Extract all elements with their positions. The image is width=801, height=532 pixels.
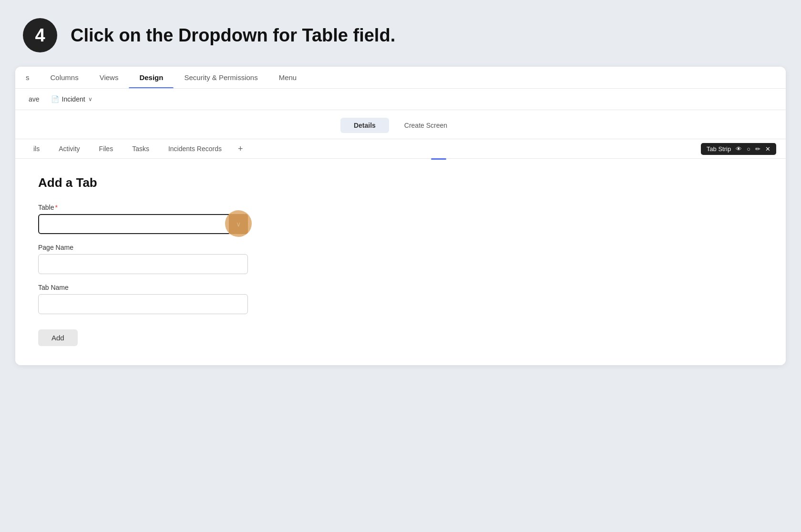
circle-icon[interactable]: ○ (747, 145, 750, 153)
inner-tabs: ils Activity Files Tasks Incidents Recor… (15, 139, 786, 159)
chevron-down-icon: ∨ (236, 220, 241, 228)
tab-name-label: Tab Name (38, 284, 763, 291)
page-selector[interactable]: 📄 Incident ∨ (51, 95, 92, 103)
nav-tab-menu[interactable]: Menu (268, 67, 308, 88)
top-nav: s Columns Views Design Security & Permis… (15, 67, 786, 89)
chevron-down-icon: ∨ (88, 96, 92, 102)
main-card: s Columns Views Design Security & Permis… (15, 67, 786, 365)
form-area: Add a Tab Table* ∨ Page Name Tab Name (15, 160, 786, 365)
table-input[interactable] (38, 214, 248, 234)
tab-strip-badge: Tab Strip 👁 ○ ✏ ✕ (701, 143, 776, 155)
tab-strip-label: Tab Strip (707, 145, 731, 153)
table-dropdown-button[interactable]: ∨ (229, 214, 248, 234)
edit-icon[interactable]: ✏ (755, 145, 760, 153)
page-name-label: Page Name (38, 244, 763, 251)
toolbar-row: ave 📄 Incident ∨ (15, 89, 786, 110)
inner-tab-incidents[interactable]: Incidents Records (160, 139, 230, 158)
page-name: Incident (62, 95, 85, 103)
eye-icon[interactable]: 👁 (736, 145, 742, 153)
save-button[interactable]: ave (25, 93, 43, 105)
inner-tab-files[interactable]: Files (91, 139, 122, 158)
tab-active-indicator (431, 158, 446, 160)
nav-tab-partial-s[interactable]: s (15, 67, 40, 88)
inner-tab-activity[interactable]: Activity (50, 139, 88, 158)
inner-tab-ils[interactable]: ils (25, 139, 48, 158)
nav-tab-design[interactable]: Design (129, 67, 174, 88)
table-dropdown-wrapper: ∨ (38, 214, 248, 234)
table-label: Table* (38, 204, 763, 211)
details-bar: Details Create Screen (15, 110, 786, 139)
step-instruction: Click on the Dropdown for Table field. (71, 25, 395, 46)
table-field-group: Table* ∨ (38, 204, 763, 234)
step-number: 4 (23, 18, 57, 52)
table-required: * (55, 204, 57, 211)
tab-strip-area: ils Activity Files Tasks Incidents Recor… (15, 139, 786, 160)
tab-details[interactable]: Details (340, 118, 389, 133)
tab-name-input[interactable] (38, 294, 248, 314)
nav-tab-security[interactable]: Security & Permissions (174, 67, 268, 88)
inner-tab-tasks[interactable]: Tasks (123, 139, 158, 158)
tab-create-screen[interactable]: Create Screen (391, 118, 461, 133)
nav-tab-views[interactable]: Views (89, 67, 129, 88)
page-name-input[interactable] (38, 254, 248, 274)
bottom-area (0, 365, 801, 441)
nav-tab-columns[interactable]: Columns (40, 67, 89, 88)
add-button[interactable]: Add (38, 329, 78, 346)
page-name-field-group: Page Name (38, 244, 763, 274)
tab-name-field-group: Tab Name (38, 284, 763, 314)
form-title: Add a Tab (38, 175, 763, 190)
step-header: 4 Click on the Dropdown for Table field. (0, 0, 801, 67)
page-icon: 📄 (51, 95, 59, 103)
close-icon[interactable]: ✕ (765, 145, 770, 153)
add-tab-button[interactable]: + (232, 140, 249, 158)
